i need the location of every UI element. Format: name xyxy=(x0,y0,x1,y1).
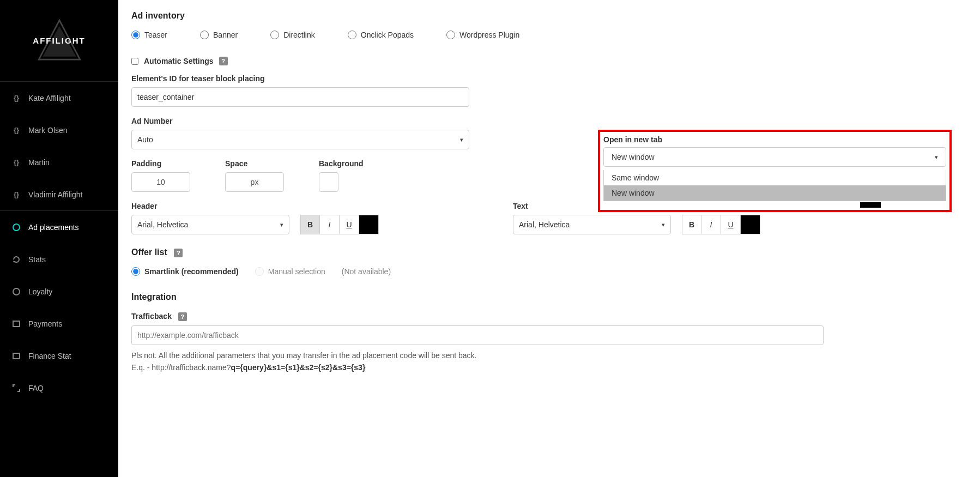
sidebar-item-profile-vladimir[interactable]: {} Vladimir Affilight xyxy=(0,178,118,210)
braces-icon: {} xyxy=(12,126,21,135)
radio-input xyxy=(255,267,264,276)
text-underline-button[interactable]: U xyxy=(721,215,741,234)
sidebar-item-stats[interactable]: Stats xyxy=(0,243,118,275)
expand-icon xyxy=(12,384,21,393)
sidebar-item-ad-placements[interactable]: Ad placements xyxy=(0,211,118,243)
header-underline-button[interactable]: U xyxy=(340,215,359,234)
open-tab-label: Open in new tab xyxy=(603,135,946,144)
braces-icon: {} xyxy=(12,94,21,102)
sidebar-item-profile-mark[interactable]: {} Mark Olsen xyxy=(0,114,118,146)
chevron-down-icon: ▾ xyxy=(935,154,938,161)
sidebar-item-payments[interactable]: Payments xyxy=(0,307,118,340)
radio-wordpress-plugin[interactable]: Wordpress Plugin xyxy=(446,31,519,39)
brand-text: AFFILIGHT xyxy=(33,36,85,45)
braces-icon: {} xyxy=(12,158,21,167)
svg-rect-6 xyxy=(13,353,20,359)
radio-smartlink[interactable]: Smartlink (recommended) xyxy=(131,267,239,276)
svg-point-4 xyxy=(13,288,20,295)
help-icon[interactable]: ? xyxy=(174,249,183,257)
automatic-settings-checkbox[interactable] xyxy=(131,58,138,65)
sidebar-item-faq[interactable]: FAQ xyxy=(0,372,118,404)
header-label: Header xyxy=(131,202,491,210)
sidebar-item-label: Payments xyxy=(28,319,62,328)
circle-icon xyxy=(12,287,21,296)
sidebar-item-label: Kate Affilight xyxy=(28,94,71,102)
radio-label: Wordpress Plugin xyxy=(459,31,519,39)
select-value: Arial, Helvetica xyxy=(137,220,188,229)
header-italic-button[interactable]: I xyxy=(320,215,340,234)
radio-label: Smartlink (recommended) xyxy=(144,267,239,276)
sidebar-item-finance-stat[interactable]: Finance Stat xyxy=(0,340,118,372)
radio-label: Directlink xyxy=(283,31,315,39)
radio-label: Banner xyxy=(213,31,238,39)
radio-input[interactable] xyxy=(270,31,279,39)
sidebar-item-label: Vladimir Affilight xyxy=(28,190,82,199)
text-color-button[interactable] xyxy=(741,215,760,234)
sidebar-item-label: Finance Stat xyxy=(28,352,71,360)
sidebar-item-label: Ad placements xyxy=(28,223,79,232)
radio-input[interactable] xyxy=(131,31,140,39)
element-id-input[interactable] xyxy=(131,87,469,107)
main-content: Ad inventory Teaser Banner Directlink On… xyxy=(118,0,980,477)
open-in-new-tab-panel: Open in new tab New window ▾ Same window… xyxy=(598,130,952,212)
ad-number-select[interactable]: Auto ▾ xyxy=(131,130,469,149)
padding-label: Padding xyxy=(131,159,190,168)
sidebar-item-label: Stats xyxy=(28,255,46,264)
radio-input[interactable] xyxy=(131,267,140,276)
sidebar-item-label: Mark Olsen xyxy=(28,126,68,135)
sidebar-item-loyalty[interactable]: Loyalty xyxy=(0,275,118,307)
offer-note: (Not available) xyxy=(342,267,391,276)
trafficback-label: Trafficback ? xyxy=(131,312,967,321)
radio-label: Manual selection xyxy=(268,267,325,276)
radio-directlink[interactable]: Directlink xyxy=(270,31,315,39)
refresh-icon xyxy=(12,255,21,264)
section-title-ad-inventory: Ad inventory xyxy=(131,11,967,21)
chevron-down-icon: ▾ xyxy=(662,221,665,228)
help-icon[interactable]: ? xyxy=(219,57,228,65)
select-value: Arial, Helvetica xyxy=(519,220,570,229)
radio-manual-selection: Manual selection xyxy=(255,267,325,276)
dropdown-option-same-window[interactable]: Same window xyxy=(604,170,946,185)
padding-input[interactable] xyxy=(131,172,190,192)
text-font-select[interactable]: Arial, Helvetica ▾ xyxy=(513,215,671,234)
circle-icon xyxy=(12,223,21,232)
sidebar-item-profile-martin[interactable]: {} Martin xyxy=(0,146,118,178)
radio-input[interactable] xyxy=(200,31,209,39)
open-tab-select[interactable]: New window ▾ xyxy=(603,147,946,167)
radio-input[interactable] xyxy=(348,31,356,39)
sidebar: AFFILIGHT {} Kate Affilight {} Mark Olse… xyxy=(0,0,118,477)
header-color-button[interactable] xyxy=(359,215,379,234)
inventory-radio-group: Teaser Banner Directlink Onclick Popads … xyxy=(131,31,967,39)
radio-input[interactable] xyxy=(446,31,455,39)
space-input[interactable] xyxy=(225,172,284,192)
header-bold-button[interactable]: B xyxy=(300,215,320,234)
radio-teaser[interactable]: Teaser xyxy=(131,31,167,39)
sidebar-item-label: Martin xyxy=(28,158,50,167)
svg-rect-5 xyxy=(13,321,20,327)
text-italic-button[interactable]: I xyxy=(701,215,721,234)
trafficback-input[interactable] xyxy=(131,325,824,345)
open-tab-dropdown-list: Same window New window xyxy=(603,170,946,201)
element-id-label: Element's ID for teaser block placing xyxy=(131,74,967,83)
section-title-integration: Integration xyxy=(131,292,967,302)
dropdown-option-new-window[interactable]: New window xyxy=(604,185,946,201)
background-color-picker[interactable] xyxy=(319,172,338,192)
help-icon[interactable]: ? xyxy=(178,312,187,321)
radio-onclick-popads[interactable]: Onclick Popads xyxy=(348,31,414,39)
header-font-select[interactable]: Arial, Helvetica ▾ xyxy=(131,215,289,234)
radio-label: Onclick Popads xyxy=(361,31,414,39)
square-icon xyxy=(12,319,21,328)
select-value: New window xyxy=(612,153,655,161)
space-label: Space xyxy=(225,159,284,168)
ad-number-label: Ad Number xyxy=(131,117,967,125)
chevron-down-icon: ▾ xyxy=(460,136,463,143)
logo: AFFILIGHT xyxy=(0,0,118,82)
obscured-element xyxy=(860,202,881,208)
trafficback-hint: Pls not. All the additional parameters t… xyxy=(131,349,967,374)
square-icon xyxy=(12,352,21,360)
radio-banner[interactable]: Banner xyxy=(200,31,238,39)
text-bold-button[interactable]: B xyxy=(682,215,701,234)
sidebar-item-profile-kate[interactable]: {} Kate Affilight xyxy=(0,82,118,114)
sidebar-item-label: Loyalty xyxy=(28,287,52,296)
sidebar-item-label: FAQ xyxy=(28,384,44,393)
